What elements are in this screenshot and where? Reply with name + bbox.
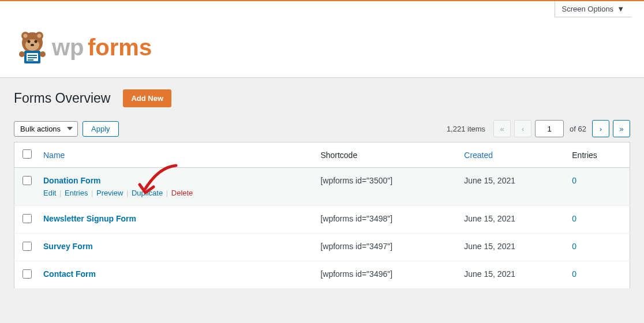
svg-text:forms: forms — [88, 35, 152, 60]
pagination-first-button[interactable]: « — [493, 120, 511, 137]
pagination-of-label: of 62 — [570, 125, 586, 133]
caret-down-icon: ▼ — [617, 5, 624, 13]
entries-link[interactable]: 0 — [572, 176, 576, 185]
svg-point-8 — [31, 44, 34, 46]
svg-rect-13 — [28, 59, 33, 61]
shortcode-cell: [wpforms id="3496"] — [314, 261, 458, 289]
entries-link[interactable]: 0 — [572, 214, 576, 223]
select-all-checkbox[interactable] — [23, 149, 32, 159]
svg-point-6 — [28, 40, 31, 43]
shortcode-cell: [wpforms id="3498"] — [314, 206, 458, 234]
table-row: Contact Form[wpforms id="3496"]June 15, … — [14, 261, 630, 289]
shortcode-cell: [wpforms id="3500"] — [314, 168, 458, 206]
table-row: Newsletter Signup Form[wpforms id="3498"… — [14, 206, 630, 234]
created-cell: June 15, 2021 — [458, 234, 566, 261]
column-name[interactable]: Name — [38, 142, 314, 168]
pagination: 1,221 items « ‹ of 62 › » — [447, 120, 630, 137]
bulk-actions-select[interactable]: Bulk actions — [14, 121, 78, 137]
created-cell: June 15, 2021 — [458, 168, 566, 206]
row-checkbox[interactable] — [23, 214, 32, 223]
entries-link[interactable]: 0 — [572, 242, 576, 251]
shortcode-cell: [wpforms id="3497"] — [314, 234, 458, 261]
apply-button[interactable]: Apply — [83, 121, 119, 137]
svg-point-7 — [35, 40, 38, 43]
forms-table: Name Shortcode Created Entries Donation … — [14, 142, 630, 289]
column-shortcode: Shortcode — [314, 142, 458, 168]
svg-rect-11 — [28, 55, 37, 56]
screen-options-label: Screen Options — [562, 5, 614, 13]
column-entries: Entries — [566, 142, 630, 168]
action-preview[interactable]: Preview — [96, 189, 123, 197]
page-title: Forms Overview — [14, 91, 110, 106]
pagination-prev-button[interactable]: ‹ — [514, 120, 531, 137]
form-name-link[interactable]: Newsletter Signup Form — [43, 214, 136, 223]
action-edit[interactable]: Edit — [43, 189, 56, 197]
svg-point-3 — [24, 34, 28, 38]
svg-point-4 — [38, 34, 42, 38]
created-cell: June 15, 2021 — [458, 261, 566, 289]
svg-point-14 — [19, 51, 25, 57]
form-name-link[interactable]: Contact Form — [43, 269, 96, 279]
form-name-link[interactable]: Donation Form — [43, 176, 101, 185]
action-delete[interactable]: Delete — [171, 189, 193, 197]
table-row: Survey Form[wpforms id="3497"]June 15, 2… — [14, 234, 630, 261]
screen-options-button[interactable]: Screen Options ▼ — [555, 1, 631, 17]
svg-rect-12 — [28, 57, 37, 58]
created-cell: June 15, 2021 — [458, 206, 566, 234]
row-actions: Edit | Entries | Preview | Duplicate | D… — [43, 189, 309, 197]
pagination-total: 1,221 items — [447, 125, 485, 133]
pagination-last-button[interactable]: » — [613, 120, 630, 137]
wpforms-logo: wp forms — [14, 28, 630, 67]
action-entries[interactable]: Entries — [65, 189, 88, 197]
column-created[interactable]: Created — [458, 142, 566, 168]
row-checkbox[interactable] — [23, 176, 32, 185]
row-checkbox[interactable] — [23, 269, 32, 279]
table-row: Donation FormEdit | Entries | Preview | … — [14, 168, 630, 206]
pagination-current-input[interactable] — [535, 120, 564, 137]
entries-link[interactable]: 0 — [572, 269, 576, 279]
action-duplicate[interactable]: Duplicate — [132, 189, 163, 197]
svg-text:wp: wp — [51, 35, 84, 60]
pagination-next-button[interactable]: › — [592, 120, 609, 137]
row-checkbox[interactable] — [23, 242, 32, 251]
add-new-button[interactable]: Add New — [123, 89, 171, 107]
form-name-link[interactable]: Survey Form — [43, 242, 93, 251]
svg-point-15 — [40, 51, 46, 57]
